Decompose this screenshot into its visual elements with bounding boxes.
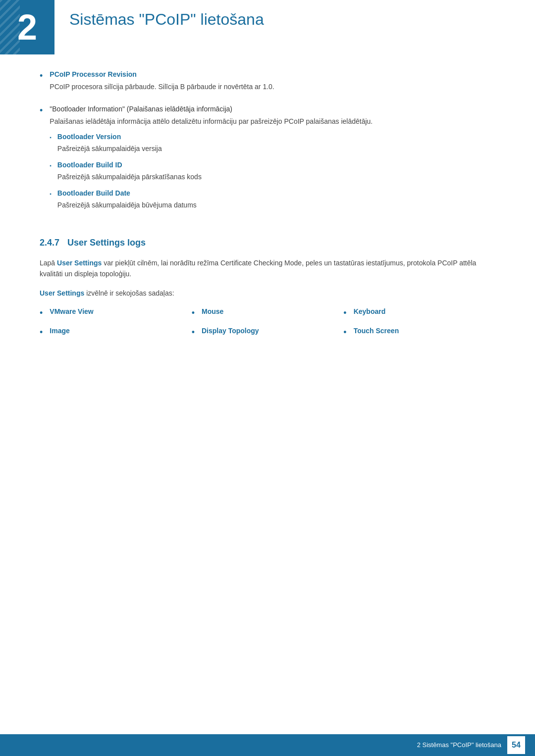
bullet-dot-icon: • <box>40 306 43 320</box>
item-description: PCoIP procesora silīcija pārbaude. Silīc… <box>50 82 495 92</box>
item-description: Palaišanas ielādētāja informācija attēlo… <box>50 116 495 127</box>
page-wrapper: 2 Sistēmas "PCoIP" lietošana • PCoIP Pro… <box>0 0 535 756</box>
sub-item-desc: Pašreizējā sākumpalaidēja pārskatīšanas … <box>57 172 495 182</box>
display-topology-link[interactable]: Display Topology <box>202 326 259 336</box>
sub-item-content: Bootloader Version Pašreizējā sākumpalai… <box>57 132 495 154</box>
sub-item-title: Bootloader Build ID <box>57 161 122 169</box>
settings-col: • Display Topology <box>192 326 344 339</box>
footer-text: 2 Sistēmas "PCoIP" lietošana <box>417 740 501 750</box>
item-content: PCoIP Processor Revision PCoIP procesora… <box>50 69 495 96</box>
bullet-dot-icon: • <box>40 69 43 83</box>
section-description-2: User Settings izvēlnē ir sekojošas sadaļ… <box>40 288 495 299</box>
settings-col: • Image <box>40 326 192 339</box>
sub-item-desc: Pašreizējā sākumpalaidēja versija <box>57 144 495 154</box>
settings-col: • VMware View <box>40 306 192 320</box>
list-item: • PCoIP Processor Revision PCoIP proceso… <box>40 69 495 96</box>
footer-page-number: 54 <box>507 736 525 754</box>
bullet-dot-icon: • <box>343 306 346 320</box>
chapter-header: 2 Sistēmas "PCoIP" lietošana <box>0 0 535 54</box>
sub-list-item: ▪ Bootloader Version Pašreizējā sākumpal… <box>50 132 495 154</box>
vmware-view-link[interactable]: VMware View <box>50 306 93 317</box>
sub-bullet-icon: ▪ <box>50 190 52 198</box>
bullet-dot-icon: • <box>192 306 195 320</box>
settings-list-row: • VMware View • Mouse • Keyboard <box>40 306 495 320</box>
settings-list-container: • VMware View • Mouse • Keyboard • Image <box>40 306 495 339</box>
section-heading: 2.4.7 User Settings logs <box>40 236 495 250</box>
chapter-number-block: 2 <box>0 0 54 54</box>
settings-col: • Touch Screen <box>343 326 495 339</box>
section-title: User Settings logs <box>67 236 146 250</box>
section-number: 2.4.7 <box>40 236 59 250</box>
user-settings-link-2[interactable]: User Settings <box>40 289 84 297</box>
sub-bullet-list: ▪ Bootloader Version Pašreizējā sākumpal… <box>50 132 495 210</box>
sub-bullet-icon: ▪ <box>50 134 52 141</box>
page-footer: 2 Sistēmas "PCoIP" lietošana 54 <box>0 734 535 756</box>
sub-list-item: ▪ Bootloader Build Date Pašreizējā sākum… <box>50 188 495 210</box>
bullet-dot-icon: • <box>192 326 195 339</box>
sub-item-title: Bootloader Build Date <box>57 189 130 197</box>
image-link[interactable]: Image <box>50 326 69 336</box>
sub-item-desc: Pašreizējā sākumpalaidēja būvējuma datum… <box>57 200 495 210</box>
item-title: "Bootloader Information" (Palaišanas iel… <box>50 105 232 113</box>
user-settings-link-1[interactable]: User Settings <box>57 259 102 267</box>
sub-item-title: Bootloader Version <box>57 133 121 141</box>
bullet-dot-icon: • <box>40 104 43 117</box>
chapter-title: Sistēmas "PCoIP" lietošana <box>54 0 264 29</box>
keyboard-link[interactable]: Keyboard <box>354 306 386 317</box>
bullet-dot-icon: • <box>343 326 346 339</box>
item-title: PCoIP Processor Revision <box>50 70 137 78</box>
main-bullet-list: • PCoIP Processor Revision PCoIP proceso… <box>40 69 495 216</box>
settings-col: • Keyboard <box>343 306 495 320</box>
sub-list-item: ▪ Bootloader Build ID Pašreizējā sākumpa… <box>50 160 495 182</box>
settings-col: • Mouse <box>192 306 344 320</box>
section-description-1: Lapā User Settings var piekļūt cilnēm, l… <box>40 257 495 280</box>
chapter-number: 2 <box>17 9 37 45</box>
touch-screen-link[interactable]: Touch Screen <box>354 326 399 336</box>
sub-bullet-icon: ▪ <box>50 162 52 169</box>
settings-list-row: • Image • Display Topology • Touch Scree… <box>40 326 495 339</box>
sub-item-content: Bootloader Build Date Pašreizējā sākumpa… <box>57 188 495 210</box>
list-item: • "Bootloader Information" (Palaišanas i… <box>40 104 495 216</box>
mouse-link[interactable]: Mouse <box>202 306 223 317</box>
main-content: • PCoIP Processor Revision PCoIP proceso… <box>0 54 535 385</box>
item-content: "Bootloader Information" (Palaišanas iel… <box>50 104 495 216</box>
sub-item-content: Bootloader Build ID Pašreizējā sākumpala… <box>57 160 495 182</box>
bullet-dot-icon: • <box>40 326 43 339</box>
